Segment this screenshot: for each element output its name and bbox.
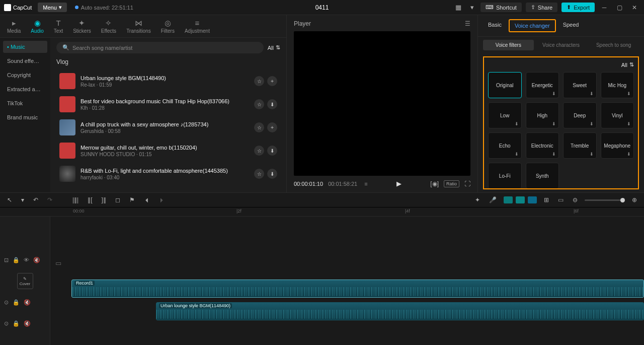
all-voices-button[interactable]: All ⇅: [621, 61, 634, 68]
cat-sound-effects[interactable]: Sound effe…: [3, 55, 47, 67]
nav-tab-stickers[interactable]: ✦Stickers: [70, 18, 94, 35]
timeline-ruler[interactable]: 00:00 |2f |4f |6f: [0, 208, 644, 217]
eye-icon[interactable]: 👁: [24, 257, 29, 263]
zoom-out-button[interactable]: ⊖: [571, 195, 580, 204]
cat-tiktok[interactable]: TikTok: [3, 97, 47, 109]
voice-lofi[interactable]: Lo-Fi: [488, 163, 522, 189]
cat-extracted[interactable]: Extracted a…: [3, 83, 47, 95]
track-mode-c[interactable]: [528, 196, 537, 203]
voice-echo[interactable]: Echo⬇: [488, 132, 522, 159]
favorite-button[interactable]: ☆: [254, 122, 264, 132]
download-button[interactable]: ⬇: [267, 99, 277, 109]
voice-sweet[interactable]: Sweet⬇: [563, 72, 597, 98]
zoom-slider[interactable]: [585, 199, 625, 201]
auto-tool[interactable]: ✦: [473, 195, 482, 204]
song-item[interactable]: Merrow guitar, chill out, winter, emo b(…: [56, 139, 280, 162]
song-item[interactable]: Best for video background music Chill Tr…: [56, 93, 280, 116]
voice-tremble[interactable]: Tremble⬇: [563, 132, 597, 159]
ratio-button[interactable]: Ratio: [444, 180, 459, 187]
filmstrip-icon[interactable]: ▭: [55, 259, 61, 267]
lock-icon[interactable]: 🔒: [13, 299, 20, 306]
voice-energetic[interactable]: Energetic⬇: [526, 72, 559, 98]
split-tool[interactable]: |‖|: [70, 195, 80, 204]
split-left-tool[interactable]: ‖[: [86, 195, 94, 204]
nav-tab-transitions[interactable]: ⋈Transitions: [123, 18, 154, 35]
cover-button[interactable]: ✎ Cover: [17, 273, 33, 289]
voice-megaphone[interactable]: Megaphone⬇: [601, 132, 634, 159]
mute-icon[interactable]: 🔇: [33, 257, 40, 263]
voice-deep[interactable]: Deep⬇: [563, 102, 597, 128]
tab-basic[interactable]: Basic: [483, 19, 507, 32]
voice-high[interactable]: High⬇: [526, 102, 559, 128]
favorite-button[interactable]: ☆: [254, 146, 264, 156]
pointer-tool[interactable]: ↖: [5, 195, 14, 204]
track-mode-b[interactable]: [516, 196, 525, 203]
share-button[interactable]: ⇪ Share: [526, 3, 557, 12]
clip-record1[interactable]: Record1: [71, 280, 644, 298]
nav-tab-media[interactable]: ▸Media: [4, 18, 24, 35]
mic-tool[interactable]: 🎤: [487, 195, 499, 204]
nav-tab-effects[interactable]: ✧Effects: [98, 18, 119, 35]
song-item[interactable]: Urban lounge style BGM(1148490) Re-lax ·…: [56, 70, 280, 93]
voice-vinyl[interactable]: Vinyl⬇: [601, 102, 634, 128]
voice-low[interactable]: Low⬇: [488, 102, 522, 128]
chevron-down-icon[interactable]: ▾: [19, 195, 26, 204]
favorite-button[interactable]: ☆: [254, 169, 264, 179]
download-button[interactable]: ⬇: [267, 146, 277, 156]
clip-bgm[interactable]: Urban lounge style BGM(1148490): [156, 302, 644, 320]
mute-icon[interactable]: 🔇: [24, 299, 31, 306]
play-button[interactable]: ▶: [396, 180, 401, 187]
zoom-in-button[interactable]: ⊕: [630, 195, 639, 204]
fullscreen-icon[interactable]: ⛶: [464, 180, 470, 187]
lock-icon[interactable]: 🔒: [13, 320, 20, 327]
undo-button[interactable]: ↶: [31, 195, 40, 204]
lock-icon[interactable]: ⊡: [4, 257, 9, 263]
player-menu-icon[interactable]: ☰: [465, 20, 470, 27]
minimize-button[interactable]: ─: [599, 2, 610, 13]
tracks-area[interactable]: ▭ Record1 Urban lounge style BGM(1148490…: [50, 217, 644, 345]
align-tool[interactable]: ⊞: [542, 195, 551, 204]
nav-tab-filters[interactable]: ◎Filters: [158, 18, 178, 35]
subtab-voice-filters[interactable]: Voice filters: [483, 40, 534, 50]
voice-electronic[interactable]: Electronic⬇: [526, 132, 559, 159]
shortcut-button[interactable]: ⌨ Shortcut: [480, 3, 522, 12]
preview-tool[interactable]: ▭: [556, 195, 566, 204]
crop-tool[interactable]: ◻: [113, 195, 122, 204]
nav-tab-text[interactable]: TText: [51, 18, 66, 35]
song-item[interactable]: A chill pop truck with a sexy atmosphere…: [56, 116, 280, 139]
favorite-button[interactable]: ☆: [254, 99, 264, 109]
cat-music[interactable]: Music: [3, 41, 47, 53]
collapse-icon[interactable]: ⊙: [4, 320, 9, 327]
redo-button[interactable]: ↷: [45, 195, 54, 204]
voice-original[interactable]: Original: [488, 72, 522, 98]
zoom-thumb[interactable]: [620, 198, 625, 202]
mute-icon[interactable]: 🔇: [24, 320, 31, 327]
download-button[interactable]: ⬇: [267, 169, 277, 179]
add-button[interactable]: ＋: [267, 76, 277, 86]
chevron-down-icon[interactable]: ▾: [468, 3, 476, 12]
marker-tool[interactable]: ⚑: [127, 195, 137, 204]
voice-synth[interactable]: Synth: [526, 163, 559, 189]
layout-icon[interactable]: ▦: [453, 3, 464, 12]
song-item[interactable]: R&B with Lo-Fi, light and comfortable at…: [56, 162, 280, 185]
export-button[interactable]: ⬆ Export: [561, 3, 595, 12]
split-right-tool[interactable]: ]‖: [100, 195, 108, 204]
close-button[interactable]: ✕: [629, 2, 640, 13]
menu-button[interactable]: Menu ▾: [38, 3, 67, 12]
cat-copyright[interactable]: Copyright: [3, 69, 47, 81]
tab-speed[interactable]: Speed: [558, 19, 584, 32]
favorite-button[interactable]: ☆: [254, 76, 264, 86]
levels-icon[interactable]: ≡: [364, 181, 367, 187]
all-filter-button[interactable]: All ⇅: [268, 44, 280, 51]
maximize-button[interactable]: ▢: [614, 2, 625, 13]
subtab-speech-to-song[interactable]: Speech to song: [588, 40, 639, 50]
subtab-voice-characters[interactable]: Voice characters: [536, 40, 587, 50]
tab-voice-changer[interactable]: Voice changer: [509, 19, 556, 32]
collapse-icon[interactable]: ⊙: [4, 299, 9, 306]
snapshot-icon[interactable]: [◉]: [430, 180, 439, 187]
nav-tab-adjustment[interactable]: ≡Adjustment: [182, 18, 213, 35]
track-mode-a[interactable]: [504, 196, 513, 203]
lock-icon[interactable]: 🔒: [13, 257, 20, 263]
nav-tab-audio[interactable]: ◉Audio: [28, 18, 47, 35]
flag-tool[interactable]: ⏴: [142, 195, 152, 204]
